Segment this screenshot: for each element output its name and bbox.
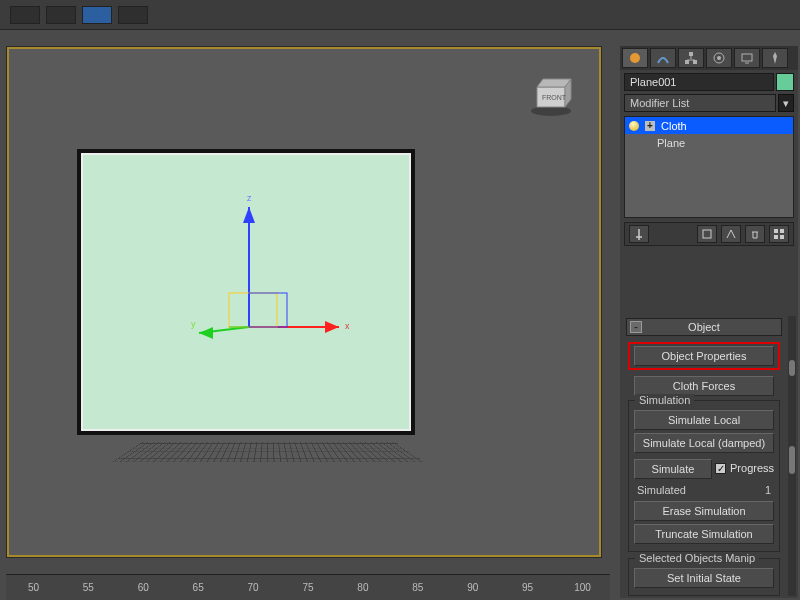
modifier-item-cloth[interactable]: + Cloth [625, 117, 793, 134]
simulate-button[interactable]: Simulate [634, 459, 712, 479]
simulated-value: 1 [765, 484, 771, 496]
motion-tab-icon[interactable] [706, 48, 732, 68]
command-panel: Plane001 Modifier List ▾ + Cloth Plane [620, 46, 798, 598]
scrollbar-thumb[interactable] [789, 446, 795, 474]
group-title: Simulation [635, 394, 694, 406]
tick: 55 [61, 582, 116, 593]
collapse-icon[interactable]: - [630, 321, 642, 333]
toolbar-slot[interactable] [46, 6, 76, 24]
simulate-local-button[interactable]: Simulate Local [634, 410, 774, 430]
truncate-simulation-button[interactable]: Truncate Simulation [634, 524, 774, 544]
ground-grid [112, 442, 426, 462]
group-title: Selected Objects Manip [635, 552, 759, 564]
selected-objects-manip-group: Selected Objects Manip Set Initial State [628, 558, 780, 596]
object-name-field[interactable]: Plane001 [624, 73, 774, 91]
toolbar-slot[interactable] [10, 6, 40, 24]
view-cube-label: FRONT [542, 94, 567, 101]
svg-marker-1 [325, 321, 339, 333]
modify-tab-icon[interactable] [650, 48, 676, 68]
simulation-group: Simulation Simulate Local Simulate Local… [628, 400, 780, 552]
make-unique-icon[interactable] [721, 225, 741, 243]
toolbar-slot[interactable] [118, 6, 148, 24]
modifier-stack-toolbar [624, 222, 794, 246]
rollout-title: Object [688, 321, 720, 333]
modifier-label: Cloth [661, 120, 687, 132]
viewport[interactable]: x y z FRONT [6, 46, 602, 558]
tick: 90 [445, 582, 500, 593]
checkbox-icon: ✓ [715, 463, 726, 474]
scrollbar-thumb[interactable] [789, 360, 795, 376]
toolbar-slot[interactable] [82, 6, 112, 24]
svg-rect-6 [229, 293, 277, 327]
svg-rect-24 [703, 230, 711, 238]
tick: 80 [335, 582, 390, 593]
expand-icon[interactable]: + [645, 121, 655, 131]
axis-z-label: z [247, 193, 252, 203]
axis-y-label: y [191, 319, 196, 329]
pin-stack-icon[interactable] [629, 225, 649, 243]
progress-checkbox[interactable]: ✓ Progress [715, 462, 774, 474]
tick: 75 [281, 582, 336, 593]
transform-gizmo[interactable]: x y z [189, 197, 349, 357]
hierarchy-tab-icon[interactable] [678, 48, 704, 68]
create-tab-icon[interactable] [622, 48, 648, 68]
svg-rect-26 [780, 229, 784, 233]
tick: 60 [116, 582, 171, 593]
svg-rect-14 [689, 52, 693, 56]
svg-marker-23 [773, 52, 777, 64]
tick: 85 [390, 582, 445, 593]
svg-rect-28 [780, 235, 784, 239]
object-color-swatch[interactable] [776, 73, 794, 91]
svg-marker-5 [243, 207, 255, 223]
checkbox-label: Progress [730, 462, 774, 474]
erase-simulation-button[interactable]: Erase Simulation [634, 501, 774, 521]
simulated-label: Simulated [637, 484, 686, 496]
rollout-scrollbar[interactable] [788, 316, 796, 596]
tick: 50 [6, 582, 61, 593]
configure-sets-icon[interactable] [769, 225, 789, 243]
rollout-header-object[interactable]: - Object [626, 318, 782, 336]
command-panel-tabs [620, 46, 798, 70]
svg-rect-25 [774, 229, 778, 233]
modifier-item-plane[interactable]: Plane [625, 134, 793, 151]
tick: 65 [171, 582, 226, 593]
modifier-label: Plane [657, 137, 685, 149]
tick: 70 [226, 582, 281, 593]
annotation-highlight: Object Properties [628, 342, 780, 370]
display-tab-icon[interactable] [734, 48, 760, 68]
svg-rect-7 [249, 293, 287, 327]
svg-rect-27 [774, 235, 778, 239]
remove-modifier-icon[interactable] [745, 225, 765, 243]
svg-marker-3 [199, 327, 213, 339]
set-initial-state-button[interactable]: Set Initial State [634, 568, 774, 588]
svg-rect-15 [685, 60, 689, 64]
lightbulb-icon[interactable] [629, 121, 639, 131]
svg-point-20 [717, 56, 721, 60]
view-cube[interactable]: FRONT [527, 71, 575, 119]
object-properties-button[interactable]: Object Properties [634, 346, 774, 366]
tick: 95 [500, 582, 555, 593]
axis-x-label: x [345, 321, 350, 331]
show-end-result-icon[interactable] [697, 225, 717, 243]
svg-rect-16 [693, 60, 697, 64]
modifier-list-dropdown[interactable]: Modifier List [624, 94, 776, 112]
modifier-list-arrow-icon[interactable]: ▾ [778, 94, 794, 112]
top-toolbar [0, 0, 800, 30]
simulate-local-damped-button[interactable]: Simulate Local (damped) [634, 433, 774, 453]
tick: 100 [555, 582, 610, 593]
svg-point-13 [630, 53, 640, 63]
modifier-stack[interactable]: + Cloth Plane [624, 116, 794, 218]
cloth-forces-button[interactable]: Cloth Forces [634, 376, 774, 396]
utilities-tab-icon[interactable] [762, 48, 788, 68]
svg-rect-21 [742, 54, 752, 61]
timeline-ruler[interactable]: 50 55 60 65 70 75 80 85 90 95 100 [6, 574, 610, 600]
